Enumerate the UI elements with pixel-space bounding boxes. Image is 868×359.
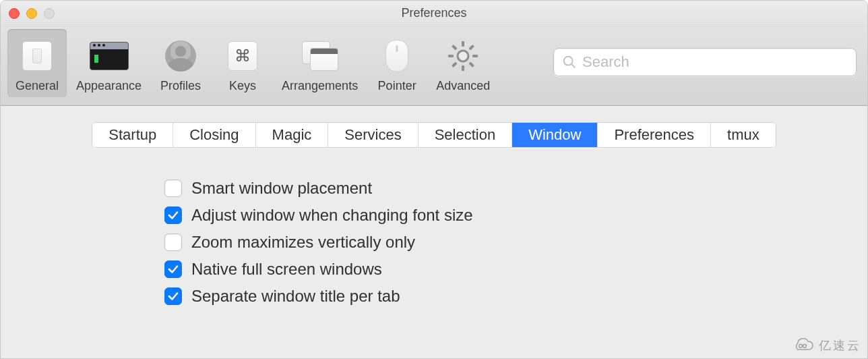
arrangements-icon — [300, 37, 340, 75]
svg-rect-3 — [448, 55, 454, 57]
svg-rect-4 — [472, 55, 478, 57]
tab-services[interactable]: Services — [328, 123, 418, 147]
option-native-fullscreen[interactable]: Native full screen windows — [164, 260, 704, 279]
tab-label: Selection — [435, 126, 496, 144]
close-icon[interactable] — [9, 8, 20, 19]
toolbar-item-arrangements[interactable]: Arrangements — [275, 29, 365, 97]
tab-startup[interactable]: Startup — [92, 123, 173, 147]
svg-rect-2 — [462, 65, 464, 71]
toolbar: General Appearance Profiles ⌘ Keys Arran… — [1, 26, 867, 106]
toolbar-item-pointer[interactable]: Pointer — [367, 29, 427, 97]
toolbar-label: General — [16, 79, 59, 93]
general-icon — [17, 37, 57, 75]
option-label: Zoom maximizes vertically only — [191, 233, 415, 252]
toolbar-label: Appearance — [76, 79, 142, 93]
tab-tmux[interactable]: tmux — [711, 123, 776, 147]
option-label: Separate window title per tab — [191, 287, 400, 306]
tab-selection[interactable]: Selection — [418, 123, 513, 147]
checkbox[interactable] — [164, 180, 182, 197]
svg-rect-7 — [452, 45, 457, 50]
checkbox[interactable] — [164, 260, 182, 278]
svg-rect-8 — [469, 61, 474, 67]
svg-rect-5 — [469, 45, 474, 50]
checkbox[interactable] — [164, 206, 182, 224]
svg-rect-1 — [462, 41, 464, 47]
svg-line-10 — [571, 64, 576, 68]
cloud-icon — [790, 338, 815, 353]
subtabs: Startup Closing Magic Services Selection… — [92, 122, 776, 148]
svg-point-12 — [803, 344, 807, 348]
tab-label: Closing — [189, 126, 239, 144]
pointer-icon — [377, 37, 417, 75]
option-zoom-vertical[interactable]: Zoom maximizes vertically only — [164, 233, 704, 252]
tab-label: tmux — [727, 126, 760, 144]
search-field[interactable] — [553, 48, 857, 76]
toolbar-item-keys[interactable]: ⌘ Keys — [213, 29, 272, 97]
window-title: Preferences — [1, 6, 867, 20]
traffic-lights — [9, 8, 55, 19]
toolbar-items: General Appearance Profiles ⌘ Keys Arran… — [7, 29, 499, 97]
tab-label: Preferences — [614, 126, 694, 144]
checkbox[interactable] — [164, 233, 182, 251]
search-icon — [562, 55, 577, 70]
svg-point-0 — [458, 51, 468, 61]
content: Startup Closing Magic Services Selection… — [1, 106, 867, 358]
option-label: Adjust window when changing font size — [191, 206, 473, 225]
toolbar-label: Advanced — [436, 79, 490, 93]
toolbar-label: Pointer — [378, 79, 416, 93]
toolbar-label: Profiles — [160, 79, 201, 93]
tab-closing[interactable]: Closing — [173, 123, 255, 147]
svg-point-9 — [564, 57, 573, 65]
toolbar-item-profiles[interactable]: Profiles — [151, 29, 210, 97]
tab-window[interactable]: Window — [512, 123, 598, 147]
checkbox[interactable] — [164, 287, 182, 305]
toolbar-item-appearance[interactable]: Appearance — [69, 29, 148, 97]
option-label: Native full screen windows — [191, 260, 382, 279]
tab-label: Magic — [272, 126, 312, 144]
option-label: Smart window placement — [191, 179, 372, 198]
appearance-icon — [89, 37, 129, 75]
zoom-icon[interactable] — [44, 8, 55, 19]
titlebar: Preferences — [1, 1, 867, 26]
toolbar-label: Arrangements — [282, 79, 358, 93]
minimize-icon[interactable] — [26, 8, 37, 19]
toolbar-item-general[interactable]: General — [7, 29, 67, 97]
option-separate-title[interactable]: Separate window title per tab — [164, 287, 704, 306]
search-input[interactable] — [582, 53, 848, 71]
options: Smart window placement Adjust window whe… — [164, 179, 704, 314]
option-adjust-font[interactable]: Adjust window when changing font size — [164, 206, 704, 225]
tab-label: Window — [528, 126, 581, 144]
profiles-icon — [160, 37, 201, 75]
preferences-window: Preferences General Appearance Profiles … — [0, 0, 868, 359]
watermark-text: 亿速云 — [819, 337, 861, 354]
toolbar-item-advanced[interactable]: Advanced — [429, 29, 497, 97]
gear-icon — [443, 37, 483, 75]
toolbar-label: Keys — [229, 79, 256, 93]
keys-icon: ⌘ — [222, 37, 263, 75]
svg-point-11 — [799, 344, 803, 348]
watermark: 亿速云 — [790, 337, 861, 354]
option-smart-placement[interactable]: Smart window placement — [164, 179, 704, 198]
tab-preferences[interactable]: Preferences — [598, 123, 711, 147]
tab-label: Services — [344, 126, 401, 144]
tab-magic[interactable]: Magic — [256, 123, 329, 147]
svg-rect-6 — [452, 61, 457, 67]
tab-label: Startup — [108, 126, 156, 144]
search-wrap — [553, 48, 857, 76]
